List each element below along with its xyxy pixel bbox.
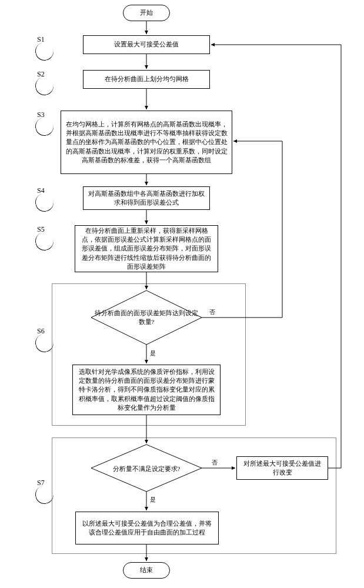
start-label: 开始 — [140, 8, 153, 17]
step-s7-process: 以所述最大可接受公差值为合理公差值，并将该合理公差值应用于自由曲面的加工过程 — [75, 512, 219, 544]
step-s5-text: 在待分析曲面上重新采样，获得新采样网格点，依据面形误差公式计算新采样网格点的面形… — [79, 226, 214, 272]
step-s3-box: 在均匀网格上，计算所有网格点的高斯基函数出现概率，并根据高斯基函数出现概率进行不… — [61, 111, 232, 174]
svg-marker-0 — [91, 290, 202, 345]
step-s7-decision: 分析量不满足设定要求? — [93, 448, 199, 489]
step-s6-decision: 待分析曲面的面形误差矩阵达到设定数量? — [93, 297, 199, 338]
step-s4-box: 对高斯基函数组中各高斯基函数进行加权求和得到面形误差公式 — [83, 186, 210, 210]
step-s5-box: 在待分析曲面上重新采样，获得新采样网格点，依据面形误差公式计算新采样网格点的面形… — [75, 225, 218, 272]
step-s7-process-text: 以所述最大可接受公差值为合理公差值，并将该合理公差值应用于自由曲面的加工过程 — [79, 519, 215, 537]
s7-yes-label: 是 — [150, 496, 156, 504]
step-s2-box: 在待分析曲面上划分均匀网格 — [83, 70, 210, 89]
step-s3-text: 在均匀网格上，计算所有网格点的高斯基函数出现概率，并根据高斯基函数出现概率进行不… — [65, 120, 228, 165]
step-s1-box: 设置最大可接受公差值 — [83, 35, 210, 54]
svg-marker-1 — [91, 445, 202, 492]
step-s2-text: 在待分析曲面上划分均匀网格 — [105, 75, 189, 83]
step-s6-decision-text: 待分析曲面的面形误差矩阵达到设定数量? — [93, 309, 199, 326]
step-s4-text: 对高斯基函数组中各高斯基函数进行加权求和得到面形误差公式 — [87, 189, 206, 208]
s7-no-label: 否 — [212, 459, 218, 467]
step-s7-side: 对所述最大可接受公差值进行改变 — [236, 456, 328, 480]
end-label: 结束 — [140, 566, 153, 574]
s6-no-label: 否 — [209, 308, 215, 316]
step-s6-process-text: 选取针对光学成像系统的像质评价指标，利用设定数量的待分析曲面的面形误差分布矩阵进… — [76, 368, 216, 413]
step-s1-text: 设置最大可接受公差值 — [114, 40, 179, 49]
end-node: 结束 — [123, 562, 170, 579]
start-node: 开始 — [123, 5, 170, 21]
step-s7-decision-text: 分析量不满足设定要求? — [113, 465, 181, 473]
step-s7-side-text: 对所述最大可接受公差值进行改变 — [241, 459, 324, 477]
s6-yes-label: 是 — [150, 349, 156, 358]
step-s6-process: 选取针对光学成像系统的像质评价指标，利用设定数量的待分析曲面的面形误差分布矩阵进… — [72, 365, 221, 415]
